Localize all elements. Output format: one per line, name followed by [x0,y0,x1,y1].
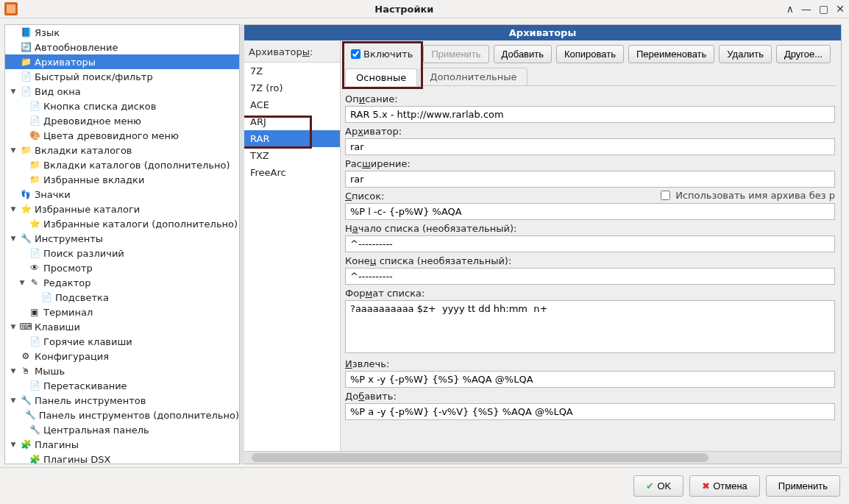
tree-item[interactable]: Цвета древовидного меню [5,128,239,143]
right-pane: Архиваторы Архиваторы: 7Z7Z (ro)ACEARJRA… [244,24,842,464]
format-input[interactable] [345,300,835,353]
expander-icon[interactable]: ▼ [10,146,17,154]
add-archiver-button[interactable]: Добавить [494,45,552,63]
window-up-icon[interactable]: ∧ [786,3,794,15]
ext-input[interactable] [345,171,835,188]
apply-button[interactable]: Применить [766,475,840,497]
window-maximize-icon[interactable]: ▢ [819,3,828,15]
delete-archiver-button[interactable]: Удалить [719,45,772,63]
expander-icon[interactable]: ▼ [10,441,17,448]
tree-item[interactable]: Плагины DSX [5,452,239,464]
list-input[interactable] [345,203,835,220]
archiver-item[interactable]: ACE [244,96,340,113]
copy-archiver-button[interactable]: Копировать [556,45,624,63]
tree-item-icon [20,321,32,333]
tree-item[interactable]: ▼Избранные каталоги [5,202,239,216]
tree-item[interactable]: Быстрый поиск/фильтр [5,69,239,84]
tree-item[interactable]: ▼Инструменты [5,231,239,246]
tree-item-icon [20,71,32,82]
tab-main[interactable]: Основные [345,68,417,86]
tree-item[interactable]: Панель инструментов (дополнительно) [5,408,239,422]
list-start-input[interactable] [345,235,835,252]
add-input[interactable] [345,403,835,420]
tree-item[interactable]: Поиск различий [5,246,239,260]
tree-item-label: Автообновление [35,42,118,53]
add-label: Добавить: [345,391,835,402]
nav-tree[interactable]: ЯзыкАвтообновлениеАрхиваторыБыстрый поис… [4,24,240,464]
tree-item[interactable]: Кнопка списка дисков [5,99,239,113]
archiver-item[interactable]: RAR [244,130,340,147]
expander-icon[interactable]: ▼ [18,279,26,286]
tree-item[interactable]: ▼Панель инструментов [5,393,239,408]
tree-item[interactable]: Центральная панель [5,422,239,437]
rename-archiver-button[interactable]: Переименовать [628,45,714,63]
archivers-list[interactable]: 7Z7Z (ro)ACEARJRARTXZFreeArc [244,62,340,451]
tree-item[interactable]: Терминал [5,305,239,319]
settings-window: Настройки ∧ — ▢ ✕ ЯзыкАвтообновлениеАрхи… [0,0,849,504]
use-archive-name-checkbox[interactable]: Использовать имя архива без р [658,188,835,202]
tree-item[interactable]: ▼Вид окна [5,84,239,99]
tree-item[interactable]: ▼Клавиши [5,319,239,334]
ok-button[interactable]: ✔OK [633,475,683,497]
tree-item-label: Панель инструментов (дополнительно) [39,410,239,421]
archiver-item[interactable]: ARJ [244,113,340,130]
archiver-item[interactable]: 7Z [244,63,340,79]
more-archiver-button[interactable]: Другое... [776,45,831,63]
expander-icon[interactable]: ▼ [10,235,17,242]
list-end-input[interactable] [345,268,835,285]
tree-item[interactable]: Избранные каталоги (дополнительно) [5,216,239,231]
scrollbar-thumb[interactable] [252,453,708,462]
tree-item-icon [29,380,40,391]
list-label: Список: [345,191,384,202]
expander-icon[interactable]: ▼ [10,367,17,375]
tree-item[interactable]: Значки [5,187,239,202]
expander-icon[interactable]: ▼ [10,205,17,213]
enable-checkbox[interactable] [351,49,360,59]
desc-label: Описание: [345,93,835,104]
enable-checkbox-wrap[interactable]: Включить [345,46,419,63]
expander-icon[interactable]: ▼ [10,397,17,404]
tree-item-label: Терминал [43,307,93,318]
expander-icon[interactable]: ▼ [10,88,17,95]
tree-item-label: Центральная панель [43,425,149,436]
tree-item[interactable]: Избранные вкладки [5,172,239,187]
expander-icon[interactable]: ▼ [10,323,17,330]
archiver-item[interactable]: 7Z (ro) [244,79,340,96]
tree-item-label: Просмотр [43,263,93,274]
tree-item-label: Быстрый поиск/фильтр [35,71,153,82]
tree-item-label: Горячие клавиши [43,336,132,347]
tree-item[interactable]: ▼Вкладки каталогов [5,143,239,157]
tree-item[interactable]: Конфигурация [5,349,239,363]
tree-item-label: Мышь [35,366,65,377]
tree-item[interactable]: Подсветка [5,290,239,305]
extract-input[interactable] [345,371,835,388]
tree-item[interactable]: Горячие клавиши [5,334,239,349]
tree-item-label: Избранные каталоги (дополнительно) [43,219,238,230]
tab-extra[interactable]: Дополнительные [419,68,527,85]
horizontal-scrollbar[interactable] [244,451,841,464]
tree-item[interactable]: Перетаскивание [5,378,239,393]
tree-item-icon [29,262,40,274]
tree-item[interactable]: ▼Мышь [5,363,239,378]
tree-item[interactable]: Язык [5,25,239,40]
tree-item[interactable]: Вкладки каталогов (дополнительно) [5,157,239,172]
tree-item-icon [29,247,40,259]
window-close-icon[interactable]: ✕ [836,3,845,15]
tree-item-icon [29,453,40,464]
archiver-item[interactable]: FreeArc [244,164,340,181]
tree-item[interactable]: Архиваторы [5,54,239,69]
tree-item-icon [20,365,32,377]
tree-item[interactable]: Древовидное меню [5,113,239,128]
tree-item[interactable]: Автообновление [5,40,239,54]
window-minimize-icon[interactable]: — [801,3,811,15]
tree-item-label: Плагины DSX [43,454,110,465]
tree-item[interactable]: ▼Редактор [5,275,239,290]
apply-archiver-button[interactable]: Применить [423,45,489,63]
tree-item[interactable]: Просмотр [5,260,239,275]
desc-input[interactable] [345,106,835,123]
archiver-input[interactable] [345,138,835,155]
cancel-button[interactable]: ✖Отмена [689,475,760,497]
tree-item-label: Поиск различий [43,248,124,259]
tree-item[interactable]: ▼Плагины [5,437,239,452]
archiver-item[interactable]: TXZ [244,147,340,164]
